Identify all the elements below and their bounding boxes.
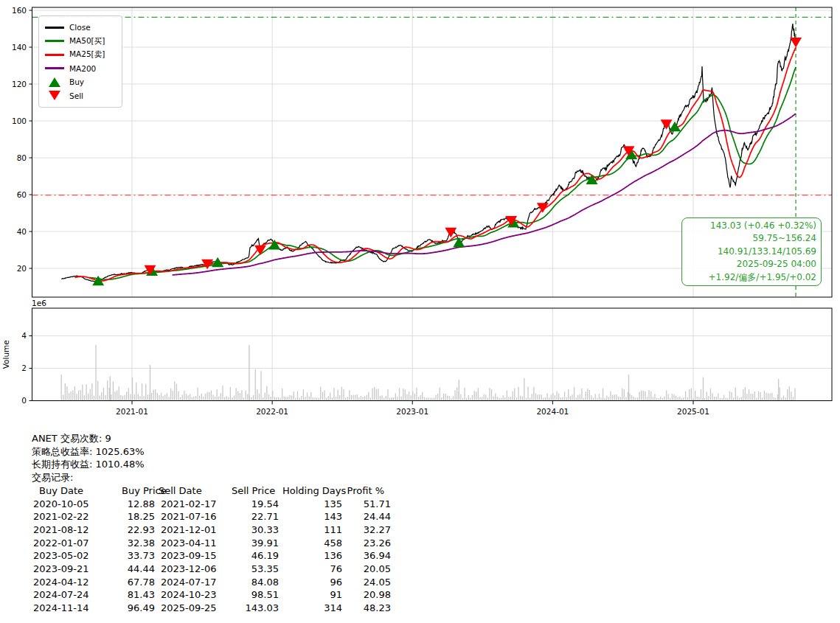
stat-hold-return: 长期持有收益: 1010.48% <box>32 458 395 471</box>
col-header-sell-price: Sell Price <box>232 484 282 498</box>
table-cell: 143.03 <box>232 602 282 615</box>
x-tick-label: 2023-01 <box>396 407 428 416</box>
annotation-last-price: 143.03 (+0.46 +0.32%) <box>687 220 816 232</box>
trade-table: Buy Date Buy Price Sell Date Sell Price … <box>32 484 395 615</box>
ma200-line-swatch <box>45 67 64 69</box>
table-cell: 2024-11-14 <box>32 602 122 615</box>
table-cell: 2021-02-17 <box>159 498 232 511</box>
table-cell: 96.49 <box>122 602 159 615</box>
volume-scale-label: 1e6 <box>32 299 46 307</box>
table-cell: 458 <box>282 537 346 550</box>
table-cell: 46.19 <box>232 549 282 563</box>
ma25-line-swatch <box>45 54 64 56</box>
table-cell: 22.93 <box>122 523 159 537</box>
price-y-tick-label: 20 <box>17 264 27 273</box>
table-cell: 19.54 <box>232 498 282 511</box>
table-cell: 2023-04-11 <box>159 537 232 550</box>
figure: 204060801001201401600242021-012022-01202… <box>0 0 840 623</box>
legend-item-ma50: MA50[买] <box>45 35 116 49</box>
legend-item-buy: Buy <box>45 75 116 89</box>
legend-item-ma25: MA25[卖] <box>45 48 116 62</box>
stat-trade-count: ANET 交易次数: 9 <box>32 432 395 445</box>
legend: Close MA50[买] MA25[卖] MA200 Buy Sell <box>38 15 122 108</box>
legend-label-ma200: MA200 <box>69 64 96 73</box>
table-row: 2023-09-2144.442023-12-0653.357620.05 <box>32 563 395 576</box>
close-line-swatch <box>45 27 64 29</box>
table-cell: 20.05 <box>346 563 395 576</box>
sell-marker <box>254 246 266 256</box>
table-cell: 48.23 <box>346 602 395 615</box>
table-row: 2024-04-1267.782024-07-1784.089624.05 <box>32 576 395 589</box>
table-cell: 24.05 <box>346 576 395 589</box>
ma50-line-swatch <box>45 40 64 42</box>
table-cell: 32.38 <box>122 537 159 550</box>
price-y-tick-label: 100 <box>12 116 27 125</box>
table-cell: 2021-07-16 <box>159 510 232 523</box>
buy-triangle-icon <box>45 77 64 87</box>
table-cell: 32.27 <box>346 523 395 537</box>
table-cell: 81.43 <box>122 588 159 602</box>
table-cell: 2022-01-07 <box>32 537 122 550</box>
table-cell: 98.51 <box>232 588 282 602</box>
table-cell: 2020-10-05 <box>32 498 122 511</box>
table-body: 2020-10-0512.882021-02-1719.5413551.7120… <box>32 498 395 615</box>
annotation-timestamp: 2025-09-25 04:00 <box>687 258 816 271</box>
chart-canvas: 204060801001201401600242021-012022-01202… <box>0 0 840 424</box>
table-row: 2024-07-2481.432024-10-2398.519120.98 <box>32 588 395 602</box>
annotation-range: 59.75~156.24 <box>687 232 816 245</box>
table-cell: 143 <box>282 510 346 523</box>
table-cell: 23.26 <box>346 537 395 550</box>
table-row: 2020-10-0512.882021-02-1719.5413551.71 <box>32 498 395 511</box>
table-cell: 51.71 <box>346 498 395 511</box>
price-y-tick-label: 140 <box>12 43 27 52</box>
table-cell: 2024-10-23 <box>159 588 232 602</box>
sell-marker <box>661 119 673 130</box>
table-cell: 2023-09-21 <box>32 563 122 576</box>
strategy-stats: ANET 交易次数: 9 策略总收益率: 1025.63% 长期持有收益: 10… <box>32 432 395 615</box>
table-cell: 12.88 <box>122 498 159 511</box>
price-y-tick-label: 120 <box>12 80 27 88</box>
table-cell: 2021-12-01 <box>159 523 232 537</box>
sell-triangle-icon <box>45 91 64 100</box>
table-cell: 22.71 <box>232 510 282 523</box>
x-tick-label: 2021-01 <box>116 407 148 416</box>
legend-label-ma50: MA50[买] <box>69 36 105 46</box>
table-cell: 30.33 <box>232 523 282 537</box>
col-header-sell-date: Sell Date <box>159 484 232 498</box>
table-row: 2024-11-1496.492025-09-25143.0331448.23 <box>32 602 395 615</box>
sell-marker <box>790 38 802 48</box>
x-tick-label: 2025-01 <box>677 407 709 416</box>
table-row: 2021-08-1222.932021-12-0130.3311132.27 <box>32 523 395 537</box>
legend-label-sell: Sell <box>69 91 83 100</box>
legend-item-ma200: MA200 <box>45 62 116 76</box>
price-annotation-box: 143.03 (+0.46 +0.32%) 59.75~156.24 140.9… <box>681 217 822 286</box>
table-cell: 96 <box>282 576 346 589</box>
gridlines <box>32 7 833 401</box>
table-cell: 44.44 <box>122 563 159 576</box>
volume-y-tick-label: 4 <box>21 331 27 340</box>
col-header-holding-days: Holding Days <box>282 484 346 498</box>
col-header-buy-date: Buy Date <box>32 484 122 498</box>
annotation-ma-values: 140.91/133.14/105.69 <box>687 246 816 258</box>
table-cell: 20.98 <box>346 588 395 602</box>
volume-y-tick-label: 2 <box>21 363 27 372</box>
price-y-tick-label: 80 <box>17 153 27 162</box>
table-header-row: Buy Date Buy Price Sell Date Sell Price … <box>32 484 395 498</box>
table-cell: 2023-09-15 <box>159 549 232 563</box>
table-cell: 2025-09-25 <box>159 602 232 615</box>
annotation-signal: +1.92/偏多/+1.95/+0.02 <box>687 271 816 284</box>
legend-item-close: Close <box>45 21 116 35</box>
table-cell: 18.25 <box>122 510 159 523</box>
table-cell: 136 <box>282 549 346 563</box>
volume-y-tick-label: 0 <box>21 396 27 405</box>
table-cell: 33.73 <box>122 549 159 563</box>
table-cell: 111 <box>282 523 346 537</box>
price-y-tick-label: 40 <box>17 227 27 236</box>
volume-bars <box>61 345 796 401</box>
table-row: 2022-01-0732.382023-04-1139.9145823.26 <box>32 537 395 550</box>
legend-label-buy: Buy <box>69 77 84 86</box>
trade-record-title: 交易记录: <box>32 471 395 484</box>
table-cell: 2024-04-12 <box>32 576 122 589</box>
legend-label-close: Close <box>69 23 91 32</box>
table-cell: 84.08 <box>232 576 282 589</box>
